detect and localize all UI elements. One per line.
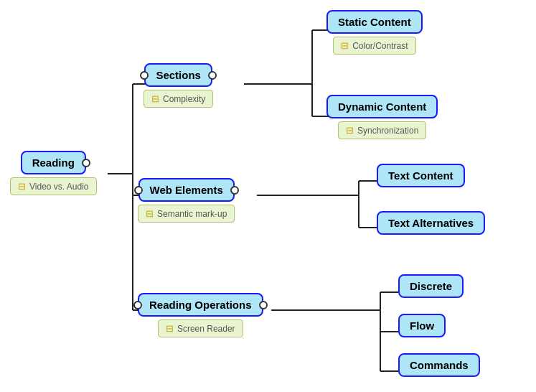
reading-ops-box: Reading Operations: [138, 293, 263, 317]
commands-label: Commands: [410, 359, 469, 371]
reading-ops-sub: ⊟ Screen Reader: [158, 319, 243, 337]
flow-box: Flow: [398, 314, 446, 337]
sections-node: Sections ⊟ Complexity: [144, 63, 213, 108]
discrete-box: Discrete: [398, 274, 464, 298]
web-elements-sub-icon: ⊟: [146, 208, 154, 219]
web-elements-node: Web Elements ⊟ Semantic mark-up: [138, 178, 235, 223]
reading-sub-label: Video vs. Audio: [29, 182, 89, 192]
sections-label: Sections: [156, 69, 201, 81]
commands-box: Commands: [398, 353, 480, 377]
reading-ops-circle-right: [259, 301, 268, 309]
reading-node: Reading ⊟ Video vs. Audio: [10, 151, 97, 195]
web-elements-circle-right: [230, 186, 239, 195]
reading-sub: ⊟ Video vs. Audio: [10, 177, 97, 195]
web-elements-box: Web Elements: [138, 178, 235, 202]
static-content-box: Static Content: [326, 10, 423, 34]
reading-ops-node: Reading Operations ⊟ Screen Reader: [138, 293, 263, 337]
discrete-node: Discrete: [398, 274, 464, 298]
reading-box: Reading: [21, 151, 86, 174]
connector-lines: [0, 0, 536, 392]
reading-ops-sub-icon: ⊟: [166, 323, 174, 334]
mindmap-diagram: Reading ⊟ Video vs. Audio Sections ⊟ Com…: [0, 0, 536, 392]
static-content-label: Static Content: [338, 16, 411, 28]
dynamic-content-box: Dynamic Content: [326, 95, 438, 118]
dynamic-content-sub-icon: ⊟: [346, 125, 354, 136]
reading-ops-circle-left: [133, 301, 142, 309]
text-alternatives-node: Text Alternatives: [377, 211, 485, 235]
static-content-sub-icon: ⊟: [341, 40, 349, 51]
dynamic-content-label: Dynamic Content: [338, 101, 426, 113]
sections-sub: ⊟ Complexity: [144, 90, 213, 108]
sections-box: Sections: [144, 63, 212, 87]
flow-label: Flow: [410, 319, 434, 332]
sections-sub-label: Complexity: [163, 94, 205, 104]
reading-ops-label: Reading Operations: [149, 299, 252, 311]
sections-sub-icon: ⊟: [151, 93, 159, 104]
static-content-sub-label: Color/Contrast: [352, 41, 408, 51]
flow-node: Flow: [398, 314, 446, 337]
reading-label: Reading: [32, 157, 75, 169]
web-elements-sub-label: Semantic mark-up: [157, 209, 227, 219]
dynamic-content-sub: ⊟ Synchronization: [338, 121, 426, 139]
reading-ops-sub-label: Screen Reader: [177, 324, 235, 334]
dynamic-content-sub-label: Synchronization: [357, 126, 418, 136]
reading-sub-icon: ⊟: [18, 181, 26, 192]
static-content-sub: ⊟ Color/Contrast: [333, 37, 415, 55]
text-content-node: Text Content: [377, 164, 465, 187]
dynamic-content-node: Dynamic Content ⊟ Synchronization: [326, 95, 438, 139]
reading-circle-right: [82, 159, 90, 167]
static-content-node: Static Content ⊟ Color/Contrast: [326, 10, 423, 55]
sections-circle-right: [208, 71, 217, 80]
text-alternatives-box: Text Alternatives: [377, 211, 485, 235]
text-content-box: Text Content: [377, 164, 465, 187]
web-elements-label: Web Elements: [150, 184, 223, 196]
web-elements-circle-left: [134, 186, 143, 195]
web-elements-sub: ⊟ Semantic mark-up: [138, 205, 235, 223]
text-alternatives-label: Text Alternatives: [388, 217, 474, 229]
text-content-label: Text Content: [388, 169, 453, 182]
commands-node: Commands: [398, 353, 480, 377]
sections-circle-left: [140, 71, 149, 80]
discrete-label: Discrete: [410, 280, 452, 292]
